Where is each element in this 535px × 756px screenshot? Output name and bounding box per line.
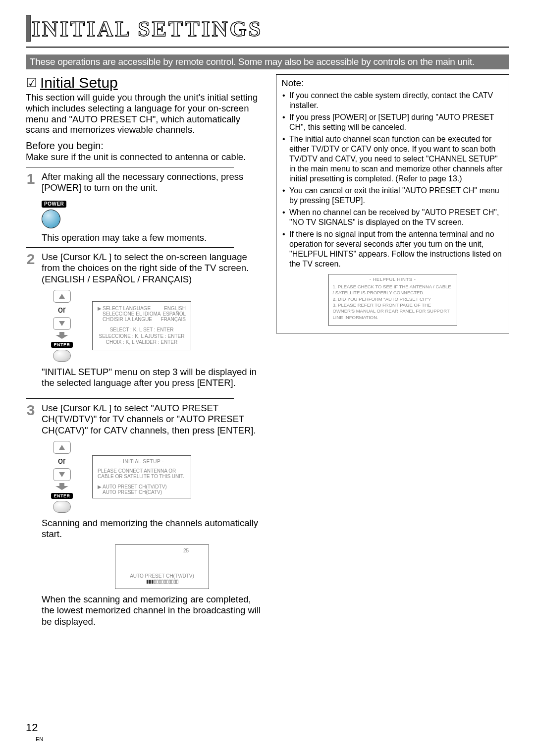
divider	[26, 167, 234, 167]
step-2-text: Use [Cursor K/L ] to select the on-scree…	[42, 252, 249, 284]
osd-select-language: SELECT LANGUAGE	[103, 306, 151, 311]
checkmark-icon: ☑	[26, 76, 37, 89]
osd-francais: FRANÇAIS	[160, 317, 186, 322]
note-box: Note: If you connect the cable system di…	[276, 74, 509, 333]
section-title: Initial Setup	[40, 74, 118, 91]
caret-right-icon: ▶	[98, 306, 103, 311]
page-title: INITIAL SETTINGS	[32, 16, 263, 42]
step-3-body: Use [Cursor K/L ] to select "AUTO PRESET…	[42, 403, 266, 436]
step-2-after: "INITIAL SETUP" menu on step 3 will be d…	[42, 367, 266, 388]
step-1-moment: This operation may take a few moments.	[42, 232, 266, 243]
before-begin-body: Make sure if the unit is connected to an…	[26, 152, 266, 162]
note-item: The initial auto channel scan function c…	[289, 134, 504, 184]
note-item: You can cancel or exit the initial "AUTO…	[289, 186, 504, 206]
osd-espanol: ESPAÑOL	[163, 311, 186, 317]
language-osd: ▶SELECT LANGUAGEENGLISH SELECCIONE EL ID…	[92, 301, 191, 350]
scan-text: Scanning and memorizing the channels aut…	[42, 518, 266, 540]
cursor-up-icon	[53, 441, 71, 454]
header-accent	[26, 15, 31, 42]
remote-cluster-2: or ENTER	[47, 441, 77, 513]
power-label: POWER	[42, 201, 66, 208]
note-item: When no channel can be received by "AUTO…	[289, 208, 504, 227]
initial-setup-osd: - INITIAL SETUP - PLEASE CONNECT ANTENNA…	[92, 455, 191, 498]
svg-marker-0	[59, 294, 65, 299]
osd-seleccione: SELECCIONE EL IDIOMA	[98, 311, 160, 317]
left-column: ☑ Initial Setup This section will guide …	[26, 74, 271, 627]
or-label-2: or	[58, 456, 66, 466]
divider	[26, 398, 234, 399]
enter-button-icon	[53, 501, 71, 513]
note-item: If you connect the cable system directly…	[289, 91, 504, 110]
step-number-2: 2	[26, 252, 36, 285]
helpful-hints-osd: - HELPFUL HINTS - 1. PLEASE CHECK TO SEE…	[328, 274, 457, 326]
step-3-done: When the scanning and memorizing are com…	[42, 594, 266, 627]
enter-label-2: ENTER	[51, 493, 72, 499]
hints-line: 2. DID YOU PERFORM "AUTO PRESET CH"?	[333, 296, 453, 302]
down-arrow-icon	[54, 332, 69, 339]
osd-english: ENGLISH	[164, 306, 186, 311]
header-rule	[26, 47, 509, 48]
step-1-body: After making all the necessary connectio…	[42, 171, 266, 244]
osd-opt1: AUTO PRESET CH(TV/DTV)	[103, 484, 167, 489]
right-column: Note: If you connect the cable system di…	[271, 74, 509, 627]
divider	[26, 247, 234, 248]
page-num-value: 12	[26, 721, 38, 734]
osd-bottom-1: SELECT : K, L SET : ENTER	[98, 327, 186, 333]
note-title: Note:	[281, 78, 504, 89]
enter-button-icon	[53, 350, 71, 362]
hints-line: 1. PLEASE CHECK TO SEE IF THE ANTENNA / …	[333, 284, 453, 296]
intro-text: This section will guide you through the …	[26, 92, 266, 135]
step-2-body: Use [Cursor K/L ] to select the on-scree…	[42, 252, 266, 285]
osd-opt2: AUTO PRESET CH(CATV)	[98, 489, 186, 495]
before-begin-title: Before you begin:	[26, 140, 266, 152]
or-label: or	[58, 305, 66, 315]
power-button-icon	[42, 210, 60, 228]
svg-marker-3	[59, 445, 65, 450]
progress-bar-icon: ▮▮▮▯▯▯▯▯▯▯▯▯▯	[142, 580, 182, 584]
scan-label: AUTO PRESET CH(TV/DTV)	[120, 573, 204, 579]
osd-bottom-3: CHOIX : K, L VALIDER : ENTER	[98, 339, 186, 346]
step-number-3: 3	[26, 403, 36, 436]
page-lang: EN	[36, 736, 43, 742]
hints-title: - HELPFUL HINTS -	[333, 276, 453, 282]
scan-number: 25	[120, 548, 204, 553]
hints-line: 3. PLEASE REFER TO FRONT PAGE OF THE OWN…	[333, 302, 453, 321]
svg-marker-2	[55, 332, 68, 339]
access-note-bar: These operations are accessible by remot…	[26, 54, 509, 69]
step-3-text: Use [Cursor K/L ] to select "AUTO PRESET…	[42, 403, 256, 435]
step-1-text: After making all the necessary connectio…	[42, 171, 243, 193]
svg-marker-5	[55, 483, 68, 490]
down-arrow-icon	[54, 483, 69, 490]
cursor-down-icon	[53, 317, 71, 330]
scan-osd: 25 AUTO PRESET CH(TV/DTV) ▮▮▮▯▯▯▯▯▯▯▯▯▯	[115, 544, 209, 589]
osd-msg: PLEASE CONNECT ANTENNA OR CABLE OR SATEL…	[98, 468, 186, 479]
note-item: If there is no signal input from the ant…	[289, 229, 504, 269]
remote-cluster: or ENTER	[47, 290, 77, 362]
note-item: If you press [POWER] or [SETUP] during "…	[289, 112, 504, 132]
note-list: If you connect the cable system directly…	[281, 91, 504, 269]
page-header: INITIAL SETTINGS	[26, 15, 509, 42]
osd-bottom-2: SELECCIONE : K, L AJUSTE : ENTER	[98, 333, 186, 340]
svg-marker-1	[59, 321, 65, 326]
osd-title: - INITIAL SETUP -	[98, 459, 186, 464]
caret-right-icon: ▶	[98, 484, 103, 489]
page-number: 12 EN	[26, 721, 43, 743]
enter-label: ENTER	[51, 342, 72, 348]
svg-marker-4	[59, 472, 65, 477]
osd-choisir: CHOISIR LA LANGUE	[98, 317, 152, 322]
cursor-down-icon	[53, 468, 71, 481]
cursor-up-icon	[53, 290, 71, 303]
step-number-1: 1	[26, 171, 36, 244]
